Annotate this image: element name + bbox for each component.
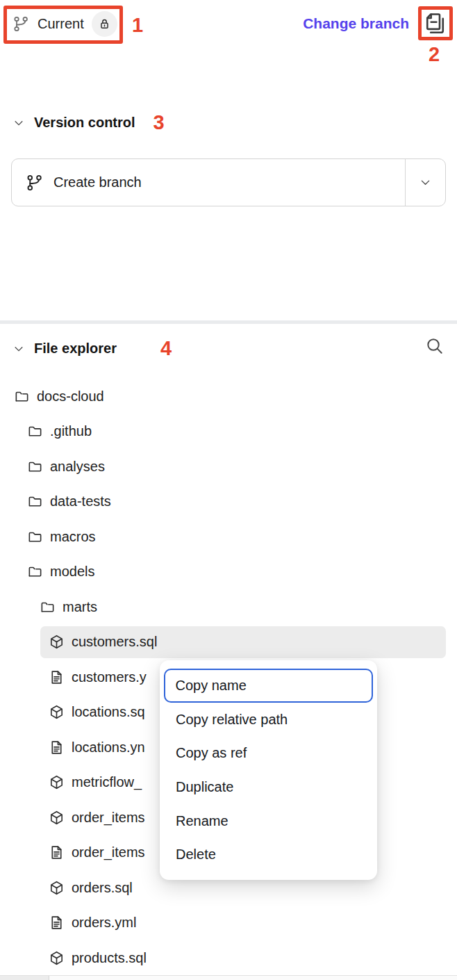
folder-open-icon (14, 389, 30, 405)
context-menu-item-delete[interactable]: Delete (164, 838, 373, 872)
file-name: customers.sql (72, 634, 157, 650)
file-tree-item-marts[interactable]: marts (0, 589, 457, 625)
file-name: products.sql (72, 950, 147, 966)
folder-icon (27, 459, 43, 475)
branch-readonly-badge (92, 11, 117, 37)
file-explorer-header: File explorer 4 (13, 338, 444, 359)
folder-icon (27, 529, 43, 545)
chevron-down-icon[interactable] (13, 117, 25, 129)
model-icon (49, 634, 65, 650)
model-icon (49, 810, 65, 826)
model-icon (49, 704, 65, 720)
chevron-down-icon[interactable] (13, 343, 25, 355)
file-tree-item-analyses[interactable]: analyses (0, 449, 457, 484)
file-tree-item-.github[interactable]: .github (0, 414, 457, 450)
file-icon (49, 669, 65, 685)
change-branch-link[interactable]: Change branch (303, 15, 409, 32)
model-icon (49, 774, 65, 790)
file-tree-item-customers.sql[interactable]: customers.sql (0, 625, 457, 660)
file-name: analyses (50, 459, 105, 475)
file-tree-item-orders.yml[interactable]: orders.yml (0, 906, 457, 941)
file-icon (49, 915, 65, 931)
file-name: metricflow_ (72, 774, 142, 790)
version-control-section: Version control 3 Create branch (0, 47, 457, 320)
file-tree-item-models[interactable]: models (0, 555, 457, 590)
file-name: locations.sq (72, 704, 145, 720)
folder-icon (27, 423, 43, 439)
file-icon (49, 740, 65, 756)
folder-open-icon (40, 599, 56, 615)
file-name: orders.sql (72, 880, 133, 896)
folder-icon (27, 493, 43, 509)
file-icon (49, 844, 65, 860)
current-branch-button[interactable]: Current (13, 10, 117, 37)
file-name: models (50, 564, 94, 580)
git-branch-icon (26, 174, 44, 192)
file-tree-item-data-tests[interactable]: data-tests (0, 484, 457, 520)
context-menu-item-copy-name[interactable]: Copy name (164, 669, 373, 703)
model-icon (49, 950, 65, 966)
annotation-number-2: 2 (429, 44, 440, 65)
create-branch-label: Create branch (53, 174, 142, 190)
file-name: customers.y (72, 669, 147, 685)
annotation-number-3: 3 (153, 113, 165, 133)
git-branch-icon (13, 15, 30, 33)
file-name: orders.yml (72, 915, 136, 931)
file-name: order_items (72, 844, 145, 860)
file-tree-item-docs-cloud[interactable]: docs-cloud (0, 379, 457, 414)
file-context-menu: Copy nameCopy relative pathCopy as refDu… (160, 660, 377, 880)
branch-toolbar: Current 1 Change branch (0, 0, 457, 48)
file-name: data-tests (50, 493, 111, 509)
annotation-number-1: 1 (132, 15, 143, 35)
file-name: marts (63, 599, 97, 615)
file-name: locations.yn (72, 740, 145, 756)
lock-icon (97, 17, 112, 31)
current-branch-label: Current (38, 16, 84, 32)
version-control-header: Version control 3 (13, 113, 165, 133)
file-name: order_items (72, 810, 145, 826)
copy-icon (422, 10, 448, 36)
file-tree-item-products.sql[interactable]: products.sql (0, 940, 457, 976)
model-icon (49, 880, 65, 896)
context-menu-item-copy-as-ref[interactable]: Copy as ref (164, 736, 373, 770)
context-menu-item-duplicate[interactable]: Duplicate (164, 770, 373, 804)
folder-open-icon (27, 564, 43, 580)
search-icon[interactable] (425, 336, 444, 356)
annotation-number-4: 4 (160, 338, 172, 359)
context-menu-item-copy-relative-path[interactable]: Copy relative path (164, 703, 373, 737)
bottom-edge (0, 975, 457, 980)
context-menu-item-rename[interactable]: Rename (164, 804, 373, 838)
version-control-title: Version control (34, 115, 135, 131)
file-name: docs-cloud (37, 389, 104, 405)
scrollbar-corner (0, 976, 49, 980)
ide-sidebar: Current 1 Change branch 2 Version contro… (0, 0, 457, 980)
file-name: macros (50, 529, 96, 545)
create-branch-button[interactable]: Create branch (11, 158, 446, 206)
file-tree-item-macros[interactable]: macros (0, 519, 457, 555)
copy-branch-name-button[interactable] (422, 10, 448, 36)
file-explorer-title: File explorer (34, 341, 117, 357)
file-name: .github (50, 423, 92, 439)
create-branch-dropdown-toggle[interactable] (405, 159, 445, 206)
